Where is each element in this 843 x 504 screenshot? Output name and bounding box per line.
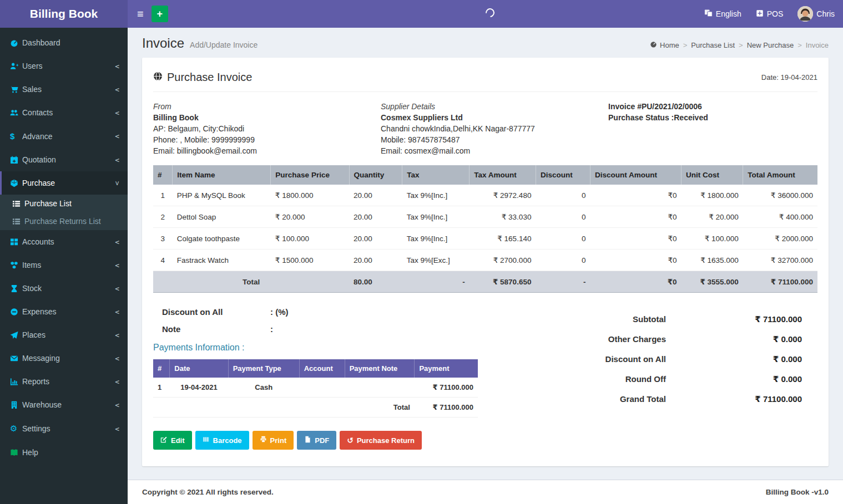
sidebar-item-purchase-returns-list[interactable]: Purchase Returns List (0, 212, 128, 230)
sidebar-item-label: Quotation (22, 155, 115, 164)
sidebar-item-reports[interactable]: Reports < (0, 370, 128, 393)
sidebar-item-label: Users (22, 62, 115, 70)
sidebar-item-accounts[interactable]: Accounts < (0, 230, 128, 253)
summary-value: ₹ 0.000 (666, 334, 802, 344)
hamburger-menu-icon[interactable]: ≡ (136, 8, 152, 21)
pdf-button[interactable]: PDF (297, 431, 336, 450)
items-table: # Item Name Purchase Price Quantity Tax … (153, 165, 817, 293)
breadcrumb-new-purchase[interactable]: New Purchase (747, 41, 794, 49)
total-total-amount: ₹ 71100.000 (743, 271, 817, 293)
cubes-icon (10, 261, 22, 269)
sidebar-item-purchase-list[interactable]: Purchase List (0, 195, 128, 212)
summary-row-other-charges: Other Charges ₹ 0.000 (508, 329, 817, 349)
sidebar-item-label: Warehouse (22, 400, 115, 409)
supplier-phone: Mobile: 987457875487 (381, 134, 608, 145)
supplier-address: Chandni chowkIndia,Delhi,KK Nagar-877777 (381, 123, 608, 134)
main-content: Invoice Add/Update Invoice Home > Purcha… (128, 28, 843, 504)
page-title: Invoice (142, 35, 184, 51)
edit-button[interactable]: Edit (153, 431, 192, 450)
barcode-icon (203, 436, 210, 445)
sidebar-item-users[interactable]: Users < (0, 54, 128, 78)
total-label: Total (153, 271, 349, 293)
col-header: Payment Type (228, 359, 299, 378)
purchase-status: Purchase Status :Received (608, 112, 817, 123)
sidebar-item-places[interactable]: Places < (0, 323, 128, 347)
sidebar-item-quotation[interactable]: Quotation < (0, 148, 128, 171)
brand-logo[interactable]: Billing Book (0, 0, 128, 28)
sidebar-item-stock[interactable]: Stock < (0, 277, 128, 300)
col-header: Date (170, 359, 228, 378)
user-name: Chris (816, 9, 835, 18)
invoice-summary: Subtotal ₹ 71100.000 Other Charges ₹ 0.0… (508, 307, 817, 418)
undo-icon: ↺ (347, 436, 354, 445)
copyright-text: Copyright © 2021 All rights reserved. (142, 488, 274, 496)
cell-index: 1 (153, 378, 170, 398)
purchase-return-button[interactable]: ↺ Purchase Return (340, 431, 422, 450)
page-subtitle: Add/Update Invoice (190, 40, 258, 49)
bar-chart-icon (10, 378, 22, 386)
total-discount: - (536, 271, 590, 293)
sidebar-item-warehouse[interactable]: Warehouse < (0, 393, 128, 416)
print-button[interactable]: Print (253, 431, 294, 450)
sidebar-item-advance[interactable]: $ Advance < (0, 124, 128, 148)
col-header: Discount (536, 165, 590, 185)
version-text: Billing Book -v1.0 (766, 488, 829, 496)
sidebar-menu: Dashboard Users < Sales < Contacts < $ A… (0, 31, 128, 195)
summary-value: ₹ 0.000 (666, 354, 802, 364)
summary-row-subtotal: Subtotal ₹ 71100.000 (508, 309, 817, 329)
discount-on-all-label: Discount on All (162, 307, 270, 317)
purchase-submenu: Purchase List Purchase Returns List (0, 195, 128, 230)
sidebar-item-expenses[interactable]: Expenses < (0, 300, 128, 323)
barcode-button[interactable]: Barcode (195, 431, 249, 450)
payments-table: # Date Payment Type Account Payment Note… (153, 359, 478, 418)
sidebar-item-settings[interactable]: ⚙ Settings < (0, 416, 128, 441)
cell-tax-amount: ₹ 165.140 (470, 228, 536, 250)
calendar-plus-icon (10, 156, 22, 164)
user-plus-icon (10, 62, 22, 70)
total-quantity: 80.00 (349, 271, 402, 293)
summary-value: ₹ 71100.000 (666, 314, 802, 324)
summary-label: Round Off (544, 374, 666, 384)
list-icon (12, 217, 24, 226)
language-menu[interactable]: English (704, 9, 741, 19)
sidebar-item-help[interactable]: Help (0, 441, 128, 464)
note-label: Note (162, 324, 270, 334)
printer-icon (260, 436, 267, 445)
cell-item-name: Fastrack Watch (173, 250, 271, 271)
quick-add-button[interactable]: + (152, 6, 168, 22)
sidebar-item-items[interactable]: Items < (0, 253, 128, 277)
cell-tax: Tax 9%[Inc.] (402, 206, 470, 228)
cell-discount: 0 (536, 185, 590, 206)
total-discount-amount: ₹0 (590, 271, 682, 293)
sidebar-item-purchase[interactable]: Purchase < (0, 171, 128, 195)
loading-spinner-icon (483, 7, 496, 19)
summary-row-discount-on-all: Discount on All ₹ 0.000 (508, 349, 817, 369)
user-menu[interactable]: Chris (797, 6, 835, 22)
total-tax: - (402, 271, 470, 293)
supplier-block: Supplier Details Cosmex Suppliers Ltd Ch… (381, 101, 608, 156)
sidebar-item-label: Expenses (22, 307, 115, 316)
items-table-header-row: # Item Name Purchase Price Quantity Tax … (153, 165, 817, 185)
summary-value: ₹ 71100.000 (666, 394, 802, 404)
cell-item-name: Dettol Soap (173, 206, 271, 228)
cart-icon (10, 85, 22, 94)
sidebar-item-sales[interactable]: Sales < (0, 78, 128, 101)
from-address: AP: Belgaum, City:Chikodi (153, 123, 381, 134)
sidebar-item-dashboard[interactable]: Dashboard (0, 31, 128, 54)
pos-menu[interactable]: POS (756, 9, 784, 19)
supplier-heading: Supplier Details (381, 101, 608, 112)
summary-label: Grand Total (544, 394, 666, 404)
chevron-left-icon: < (115, 331, 119, 339)
breadcrumb-separator: > (683, 41, 688, 49)
cell-discount-amount: ₹0 (590, 250, 682, 271)
chevron-left-icon: < (115, 401, 119, 409)
cell-payment-type: Cash (228, 378, 299, 398)
cell-unit-cost: ₹ 100.000 (682, 228, 743, 250)
breadcrumb-purchase-list[interactable]: Purchase List (691, 41, 735, 49)
breadcrumb-home[interactable]: Home (650, 40, 679, 49)
topbar-right: English POS Chris (704, 6, 835, 22)
cell-index: 4 (153, 250, 173, 271)
contacts-icon (10, 109, 22, 117)
sidebar-item-contacts[interactable]: Contacts < (0, 101, 128, 124)
sidebar-item-messaging[interactable]: Messaging < (0, 347, 128, 370)
